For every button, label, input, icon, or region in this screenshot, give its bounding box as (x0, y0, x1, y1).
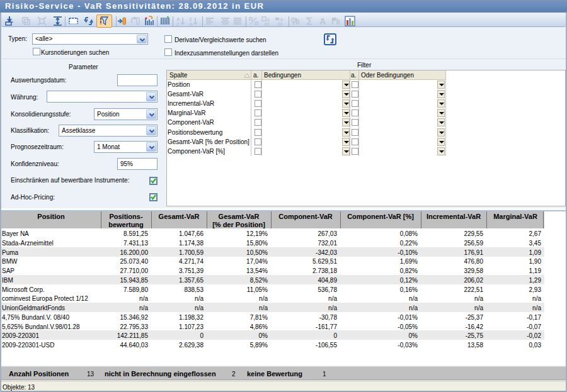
svg-text:Z: Z (176, 21, 180, 26)
svg-text:.0: .0 (266, 18, 270, 22)
svg-text:.0: .0 (279, 18, 283, 22)
svg-text:A: A (319, 16, 326, 26)
svg-text:.00: .00 (263, 22, 270, 26)
svg-text:A: A (189, 21, 193, 26)
svg-text:.00: .00 (277, 22, 283, 26)
